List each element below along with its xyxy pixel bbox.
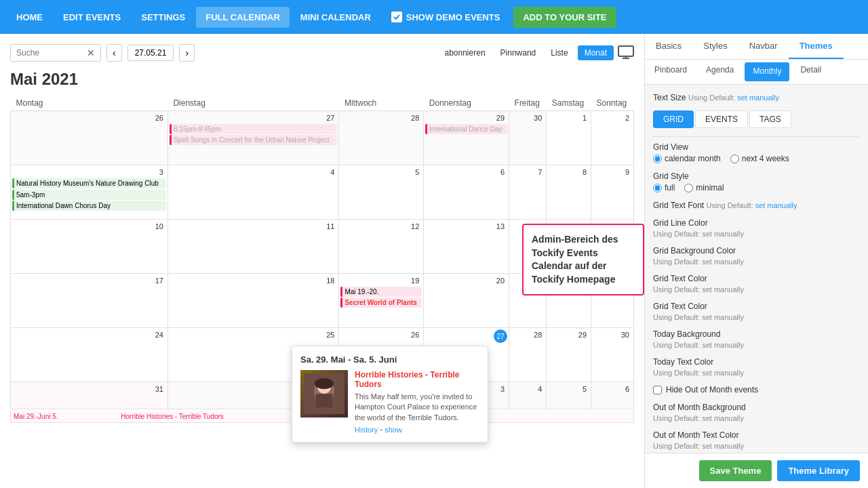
admin-tooltip: Admin-Bereich des Tockify Events Calenda…: [522, 224, 644, 296]
cal-cell: 27 8:15pm-9:45pm Spell Songs in Concert …: [167, 111, 338, 165]
grid-style-full[interactable]: full: [653, 183, 675, 192]
hide-out-of-month-label[interactable]: Hide Out of Month events: [653, 385, 860, 394]
search-box[interactable]: ✕: [10, 44, 101, 62]
text-size-setting: Text Size Using Default: set manually: [653, 93, 860, 102]
cal-cell: 4: [167, 165, 338, 220]
event-item[interactable]: Natural History Museum's Nature Drawing …: [12, 178, 166, 188]
nav-mini-calendar[interactable]: MINI CALENDAR: [291, 7, 380, 28]
cal-cell: 26: [11, 111, 168, 165]
event-item[interactable]: 8:15pm-9:45pm: [170, 124, 337, 134]
grid-line-color-link[interactable]: set manually: [702, 230, 744, 238]
event-item[interactable]: International Dawn Chorus Day: [12, 201, 166, 211]
add-to-site-button[interactable]: ADD TO YOUR SITE: [513, 7, 616, 28]
today-text-color-setting: Today Text Color Using Default: set manu…: [653, 357, 860, 377]
date-display: 27.05.21: [127, 45, 174, 61]
event-item[interactable]: 5am-3pm: [12, 190, 166, 200]
grid-text-color-2-link[interactable]: set manually: [702, 313, 744, 321]
grid-line-color-label: Grid Line Color: [653, 218, 860, 228]
toggle-events[interactable]: EVENTS: [695, 110, 748, 128]
cal-cell: 6: [424, 165, 509, 220]
out-of-month-bg-link[interactable]: set manually: [702, 414, 744, 422]
save-theme-button[interactable]: Save Theme: [699, 460, 772, 481]
cal-cell: 17: [11, 274, 168, 328]
nav-edit-events[interactable]: EDIT EVENTS: [54, 7, 130, 28]
grid-text-color-1-link[interactable]: set manually: [702, 285, 744, 293]
list-button[interactable]: Liste: [545, 45, 573, 60]
divider: [653, 136, 860, 137]
toggle-tags[interactable]: TAGS: [749, 110, 791, 128]
grid-text-font-link[interactable]: set manually: [755, 201, 797, 209]
popup-description: This May half term, you're invited to Ha…: [355, 392, 479, 423]
main-container: ✕ ‹ 27.05.21 › abonnieren Pinnwand Liste…: [0, 34, 868, 488]
grid-text-font-label: Grid Text Font Using Default: set manual…: [653, 201, 860, 210]
grid-view-label: Grid View: [653, 142, 860, 152]
popup-show-link[interactable]: show: [384, 426, 402, 434]
prev-arrow[interactable]: ‹: [106, 44, 122, 62]
tab-themes[interactable]: Themes: [789, 34, 844, 59]
out-of-month-text-color-link[interactable]: set manually: [702, 442, 744, 450]
show-demo-events-toggle[interactable]: SHOW DEMO EVENTS: [382, 6, 510, 28]
today-bg-link[interactable]: set manually: [702, 341, 744, 349]
today-text-color-link[interactable]: set manually: [702, 369, 744, 377]
subtab-detail[interactable]: Detail: [791, 60, 831, 84]
grid-bg-color-link[interactable]: set manually: [702, 258, 744, 266]
grid-style-minimal[interactable]: minimal: [684, 183, 724, 192]
cal-cell: 4: [509, 382, 547, 409]
cal-cell: 30: [509, 111, 547, 165]
popup-title[interactable]: Horrible Histories - Terrible Tudors: [355, 370, 479, 389]
admin-tooltip-text: Admin-Bereich des Tockify Events Calenda…: [532, 234, 618, 285]
grid-line-color-setting: Grid Line Color Using Default: set manua…: [653, 218, 860, 238]
popup-date: Sa. 29. Mai - Sa. 5. Juni: [300, 354, 479, 365]
subtab-pinboard[interactable]: Pinboard: [645, 60, 696, 84]
event-item[interactable]: Mai 19.-20.: [340, 287, 422, 297]
text-size-label: Text Size Using Default: set manually: [653, 93, 860, 102]
subtab-monthly[interactable]: Monthly: [745, 62, 789, 81]
grid-text-font-setting: Grid Text Font Using Default: set manual…: [653, 201, 860, 210]
text-size-link[interactable]: set manually: [737, 94, 779, 102]
cal-cell: 19 Mai 19.-20. Secret World of Plants: [339, 274, 424, 328]
grid-view-calendar-month[interactable]: calendar month: [653, 154, 721, 163]
nav-full-calendar[interactable]: FULL CALENDAR: [196, 7, 290, 28]
next-arrow[interactable]: ›: [179, 44, 195, 62]
subtab-agenda[interactable]: Agenda: [696, 60, 743, 84]
cal-cell: 2: [591, 111, 634, 165]
tab-navbar[interactable]: Navbar: [738, 34, 789, 59]
month-button[interactable]: Monat: [578, 45, 614, 60]
pinboard-button[interactable]: Pinnwand: [495, 45, 542, 60]
svg-point-7: [315, 378, 334, 389]
hide-out-of-month-checkbox[interactable]: [653, 386, 662, 394]
tab-styles[interactable]: Styles: [692, 34, 738, 59]
grid-view-options: calendar month next 4 weeks: [653, 154, 860, 163]
event-item[interactable]: Spell Songs in Concert for the Urban Nat…: [170, 135, 337, 145]
popup-image-inner: [300, 370, 348, 418]
panel-footer: Save Theme Theme Library: [645, 453, 868, 488]
right-panel: Basics Styles Navbar Themes Pinboard Age…: [644, 34, 868, 488]
cal-cell: 20: [424, 274, 509, 328]
cal-cell: 18: [167, 274, 338, 328]
grid-text-color-1-setting: Grid Text Color Using Default: set manua…: [653, 274, 860, 293]
popup-tag-history[interactable]: History: [355, 426, 378, 434]
nav-home[interactable]: HOME: [7, 7, 52, 28]
tab-basics[interactable]: Basics: [645, 34, 692, 59]
cal-cell: 3 Natural History Museum's Nature Drawin…: [11, 165, 168, 220]
grid-bg-color-setting: Grid Background Color Using Default: set…: [653, 246, 860, 266]
monitor-icon[interactable]: [618, 45, 634, 61]
view-toggle-group: GRID EVENTS TAGS: [653, 110, 860, 128]
event-item[interactable]: International Dance Day: [425, 124, 507, 134]
search-clear-icon[interactable]: ✕: [87, 47, 95, 58]
subscribe-button[interactable]: abonnieren: [439, 45, 491, 60]
weekday-wednesday: Mittwoch: [339, 96, 424, 111]
cal-cell: 6: [591, 382, 634, 409]
toggle-grid[interactable]: GRID: [653, 110, 694, 128]
cal-cell: 12: [339, 220, 424, 274]
grid-view-next-4-weeks[interactable]: next 4 weeks: [730, 154, 789, 163]
cal-cell: 13: [424, 220, 509, 274]
cal-cell: 30: [591, 328, 634, 382]
table-row: 26 27 8:15pm-9:45pm Spell Songs in Conce…: [11, 111, 634, 165]
search-input[interactable]: [16, 48, 84, 58]
footer-event[interactable]: Mai 29.-Juni 5.: [11, 413, 118, 420]
show-demo-checkbox[interactable]: [391, 12, 402, 22]
event-item[interactable]: Secret World of Plants: [340, 298, 422, 308]
theme-library-button[interactable]: Theme Library: [777, 460, 860, 481]
nav-settings[interactable]: SETTINGS: [132, 7, 195, 28]
